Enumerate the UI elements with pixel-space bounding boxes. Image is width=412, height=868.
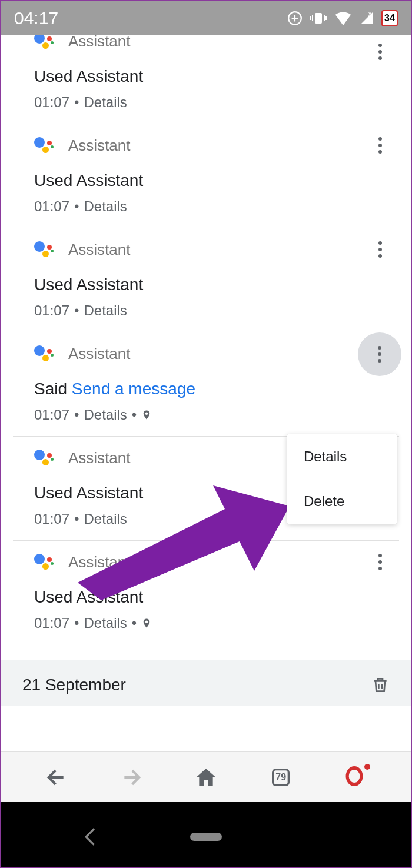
svg-text:x: x: [368, 11, 371, 17]
date-header: 21 September: [1, 660, 411, 706]
activity-meta: 01:07•Details: [34, 94, 385, 111]
svg-rect-1: [315, 13, 322, 24]
menu-delete[interactable]: Delete: [287, 479, 397, 524]
activity-list: Assistant Used Assistant 01:07•Details A…: [1, 35, 411, 751]
assistant-icon: [34, 551, 55, 573]
voice-query-link[interactable]: Send a message: [72, 380, 195, 398]
delete-day-button[interactable]: [371, 674, 390, 696]
signal-icon: x: [359, 11, 374, 25]
assistant-icon: [34, 239, 55, 260]
activity-title: Used Assistant: [34, 275, 385, 294]
activity-meta: 01:07•Details•: [34, 615, 385, 631]
activity-item[interactable]: Assistant Used Assistant 01:07•Details: [13, 124, 399, 228]
assistant-icon: [34, 447, 55, 468]
tabs-button[interactable]: 79: [267, 763, 295, 791]
activity-title: Used Assistant: [34, 171, 385, 190]
date-label: 21 September: [22, 676, 126, 694]
location-pin-icon: [141, 617, 152, 630]
assistant-icon: [34, 135, 55, 156]
status-icons: x 34: [287, 10, 398, 26]
wifi-icon: [334, 11, 352, 25]
forward-button[interactable]: [117, 763, 145, 791]
more-options-button[interactable]: [366, 548, 394, 576]
activity-source: Assistant: [68, 345, 131, 363]
activity-meta: 01:07•Details: [34, 198, 385, 215]
status-bar: 04:17 x 34: [1, 1, 411, 35]
activity-source: Assistant: [68, 35, 131, 51]
activity-item[interactable]: Assistant Used Assistant 01:07•Details: [13, 228, 399, 332]
location-pin-icon: [141, 408, 152, 421]
activity-item[interactable]: Assistant Used Assistant 01:07•Details: [13, 35, 399, 124]
clock: 04:17: [14, 8, 58, 28]
activity-source: Assistant: [68, 241, 131, 259]
menu-details[interactable]: Details: [287, 434, 397, 479]
activity-title: Used Assistant: [34, 588, 385, 607]
more-options-button[interactable]: [366, 38, 394, 66]
back-button[interactable]: [42, 763, 71, 791]
system-nav-bar: [1, 802, 411, 868]
tabs-count: 79: [275, 772, 286, 783]
opera-menu-button[interactable]: [341, 763, 370, 791]
home-button[interactable]: [192, 763, 220, 791]
more-options-button[interactable]: [366, 235, 394, 264]
assistant-icon: [34, 35, 55, 52]
opera-icon: [344, 766, 367, 789]
activity-source: Assistant: [68, 553, 131, 571]
context-menu: Details Delete: [287, 434, 397, 524]
more-options-button[interactable]: [366, 131, 394, 159]
assistant-icon: [34, 343, 55, 364]
activity-title: Said Send a message: [34, 380, 385, 398]
more-options-button[interactable]: [358, 332, 401, 376]
system-home-pill[interactable]: [190, 833, 222, 841]
activity-source: Assistant: [68, 449, 131, 467]
activity-source: Assistant: [68, 137, 131, 155]
activity-title: Used Assistant: [34, 67, 385, 86]
browser-nav-bar: 79: [1, 751, 411, 802]
data-saver-icon: [287, 11, 303, 26]
activity-item[interactable]: Assistant Used Assistant 01:07•Details•: [13, 541, 399, 644]
system-back-button[interactable]: [84, 827, 97, 847]
activity-meta: 01:07•Details: [34, 302, 385, 319]
activity-item[interactable]: Assistant Said Send a message 01:07•Deta…: [13, 332, 399, 437]
activity-meta: 01:07•Details•: [34, 407, 385, 423]
vibrate-icon: [310, 11, 327, 26]
calendar-badge-icon: 34: [381, 10, 398, 26]
